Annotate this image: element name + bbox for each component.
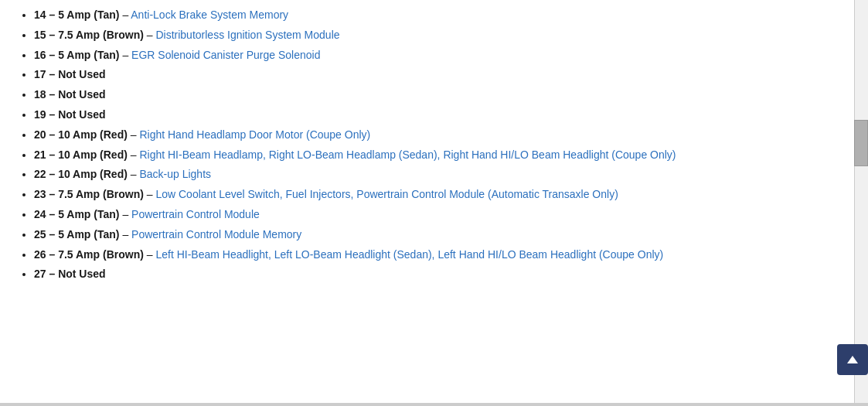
fuse-description-link[interactable]: Back-up Lights — [139, 168, 211, 180]
fuse-amp-label: 5 Amp (Tan) — [58, 228, 119, 241]
fuse-dash: – — [131, 148, 140, 161]
fuse-number-label: 24 – 5 Amp (Tan) — [34, 208, 119, 220]
fuse-dash: – — [122, 228, 131, 241]
fuse-amp-label: 5 Amp (Tan) — [58, 49, 119, 61]
fuse-number-label: 17 – Not Used — [34, 68, 106, 80]
fuse-dash: – — [122, 208, 131, 220]
fuse-number-label: 14 – 5 Amp (Tan) — [34, 9, 119, 21]
list-item: 27 – Not Used — [34, 265, 842, 284]
list-item: 24 – 5 Amp (Tan) – Powertrain Control Mo… — [34, 206, 842, 224]
fuse-description-link[interactable]: Right HI-Beam Headlamp, Right LO-Beam He… — [139, 148, 676, 161]
fuse-amp-label: 7.5 Amp (Brown) — [58, 248, 144, 261]
list-item: 26 – 7.5 Amp (Brown) – Left HI-Beam Head… — [34, 246, 842, 264]
fuse-amp-label: 7.5 Amp (Brown) — [58, 29, 144, 41]
fuse-amp-label: 7.5 Amp (Brown) — [58, 188, 144, 200]
fuse-dash: – — [122, 49, 131, 61]
fuse-number-label: 21 – 10 Amp (Red) — [34, 148, 128, 161]
scrollbar-thumb[interactable] — [854, 120, 868, 166]
fuse-number-label: 19 – Not Used — [34, 108, 106, 121]
list-item: 19 – Not Used — [34, 106, 842, 125]
arrow-up-icon — [847, 356, 858, 363]
fuse-amp-label: 10 Amp (Red) — [58, 148, 128, 161]
fuse-description-link[interactable]: Left HI-Beam Headlight, Left LO-Beam Hea… — [155, 248, 663, 261]
fuse-number-label: 25 – 5 Amp (Tan) — [34, 228, 119, 241]
fuse-number-label: 15 – 7.5 Amp (Brown) — [34, 29, 144, 41]
list-item: 17 – Not Used — [34, 66, 842, 84]
list-item: 23 – 7.5 Amp (Brown) – Low Coolant Level… — [34, 186, 842, 204]
fuse-description-link[interactable]: Powertrain Control Module — [131, 208, 260, 220]
fuse-description-link[interactable]: EGR Solenoid Canister Purge Solenoid — [131, 49, 320, 61]
fuse-number-label: 22 – 10 Amp (Red) — [34, 168, 128, 180]
list-item: 25 – 5 Amp (Tan) – Powertrain Control Mo… — [34, 226, 842, 244]
page-container: 14 – 5 Amp (Tan) – Anti-Lock Brake Syste… — [0, 0, 868, 406]
fuse-description-link[interactable]: Distributorless Ignition System Module — [155, 29, 339, 41]
fuse-amp-label: 5 Amp (Tan) — [58, 9, 119, 21]
list-item: 20 – 10 Amp (Red) – Right Hand Headlamp … — [34, 126, 842, 145]
list-item: 18 – Not Used — [34, 86, 842, 104]
fuse-amp-label: 5 Amp (Tan) — [58, 208, 119, 220]
fuse-number-label: 23 – 7.5 Amp (Brown) — [34, 188, 144, 200]
fuse-number-label: 18 – Not Used — [34, 88, 106, 101]
list-item: 15 – 7.5 Amp (Brown) – Distributorless I… — [34, 26, 842, 45]
bottom-border — [0, 403, 868, 406]
list-item: 22 – 10 Amp (Red) – Back-up Lights — [34, 165, 842, 184]
fuse-number-label: 16 – 5 Amp (Tan) — [34, 49, 119, 61]
fuse-amp-label: 10 Amp (Red) — [58, 168, 128, 180]
fuse-dash: – — [131, 128, 140, 141]
fuse-dash: – — [122, 9, 131, 21]
fuse-description-link[interactable]: Low Coolant Level Switch, Fuel Injectors… — [155, 188, 618, 200]
fuse-description-link[interactable]: Powertrain Control Module Memory — [131, 228, 301, 241]
fuse-list: 14 – 5 Amp (Tan) – Anti-Lock Brake Syste… — [12, 6, 842, 284]
fuse-dash: – — [147, 188, 156, 200]
list-item: 14 – 5 Amp (Tan) – Anti-Lock Brake Syste… — [34, 6, 842, 25]
fuse-number-label: 27 – Not Used — [34, 268, 106, 280]
content-area: 14 – 5 Amp (Tan) – Anti-Lock Brake Syste… — [0, 0, 854, 406]
fuse-amp-label: 10 Amp (Red) — [58, 128, 128, 141]
fuse-number-label: 26 – 7.5 Amp (Brown) — [34, 248, 144, 261]
scroll-up-button[interactable] — [837, 344, 868, 375]
fuse-dash: – — [147, 248, 156, 261]
fuse-number-label: 20 – 10 Amp (Red) — [34, 128, 128, 141]
fuse-description-link[interactable]: Right Hand Headlamp Door Motor (Coupe On… — [139, 128, 370, 141]
fuse-description-link[interactable]: Anti-Lock Brake System Memory — [131, 9, 288, 21]
fuse-dash: – — [147, 29, 156, 41]
list-item: 21 – 10 Amp (Red) – Right HI-Beam Headla… — [34, 146, 842, 165]
list-item: 16 – 5 Amp (Tan) – EGR Solenoid Canister… — [34, 46, 842, 65]
fuse-dash: – — [131, 168, 140, 180]
